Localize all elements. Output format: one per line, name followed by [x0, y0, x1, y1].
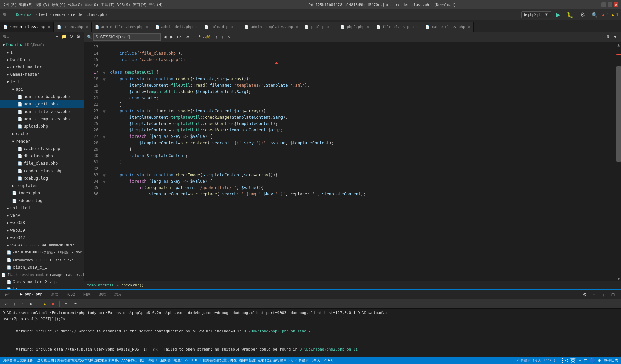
- sidebar-new-file[interactable]: +: [55, 34, 59, 39]
- sidebar-item-games[interactable]: ▶ Games-master: [0, 71, 84, 78]
- tab-render-class[interactable]: 📄 render_class.php ✕: [0, 22, 54, 32]
- sidebar-item-upload[interactable]: 📄 upload.php: [0, 123, 84, 130]
- sidebar-item-index-php[interactable]: 📄 index.php: [0, 189, 84, 197]
- tab-close-admin-deit[interactable]: ✕: [195, 25, 197, 29]
- tab-close-file-class[interactable]: ✕: [416, 25, 418, 29]
- fold-27[interactable]: ▼: [101, 133, 107, 140]
- outline-item-templateUtil[interactable]: templateUtil: [87, 283, 114, 287]
- tab-cache-class[interactable]: 📄 cache_class.php ✕: [422, 22, 473, 32]
- maximize-button[interactable]: □: [608, 2, 612, 7]
- sidebar-item-render-class[interactable]: 📄 render_class.php: [0, 167, 84, 175]
- sidebar-collapse[interactable]: ⚙: [76, 34, 81, 39]
- outline-item-checkVar[interactable]: checkVar(): [121, 283, 144, 287]
- tab-admin-deit[interactable]: 📄 admin_deit.php ✕: [152, 22, 201, 32]
- sidebar-item-test[interactable]: ▼ test: [0, 78, 84, 86]
- sidebar-item-db-class[interactable]: 📄 db_class.php: [0, 152, 84, 160]
- sidebar-tree[interactable]: ▼ Download D:\Download ▶ 1 ▶ DwnlData ▶ …: [0, 41, 84, 289]
- sidebar-item-hash[interactable]: ▶ 59ABAAD8E68806EBAC10BBD69B13D7E9: [0, 241, 84, 249]
- debug-stop[interactable]: ■: [50, 301, 56, 307]
- close-button[interactable]: ✕: [614, 2, 618, 7]
- panel-tab-end[interactable]: 结束: [111, 290, 125, 299]
- panel-tab-problems[interactable]: 问题: [80, 290, 94, 299]
- sidebar-refresh[interactable]: ↻: [69, 34, 74, 39]
- panel-up-btn[interactable]: ↑: [590, 291, 598, 299]
- sidebar-item-admin-file-view[interactable]: 📄 admin_file_view.php: [0, 108, 84, 115]
- panel-tab-console[interactable]: ▶ php2.php: [17, 290, 46, 299]
- sidebar-item-web342[interactable]: ▶ web342: [0, 234, 84, 241]
- php2-run-config[interactable]: ▶ php2.php ▼: [521, 11, 551, 18]
- panel-maximize-btn[interactable]: □: [609, 291, 617, 299]
- tab-file-class[interactable]: 📄 file_class.php ✕: [373, 22, 422, 32]
- terminal-link-2[interactable]: D:\Download\php2.php on li: [300, 347, 358, 352]
- debug-more[interactable]: ⋯: [71, 301, 79, 307]
- sidebar-item-admin-db-backup[interactable]: 📄 admin_db_backup.php: [0, 93, 84, 100]
- sidebar-item-dwnldata[interactable]: ▶ DwnlData: [0, 56, 84, 63]
- tab-close-admin-file-view[interactable]: ✕: [146, 25, 148, 29]
- sidebar-item-render[interactable]: ▼ render: [0, 138, 84, 145]
- debug-step-out[interactable]: ↑: [20, 301, 26, 307]
- filter-icon[interactable]: ▼: [612, 34, 618, 40]
- minimize-button[interactable]: ─: [601, 2, 606, 7]
- debug-mute[interactable]: ●: [41, 301, 48, 307]
- search-input[interactable]: [93, 33, 161, 41]
- toolbar-search-global[interactable]: 🔍: [590, 11, 599, 18]
- sidebar-item-web338[interactable]: ▶ web338: [0, 219, 84, 226]
- footer-action-hide[interactable]: 不再显示 (今天 12:43): [517, 358, 556, 363]
- search-word[interactable]: W: [184, 34, 190, 40]
- debug-step-into[interactable]: ↓: [12, 301, 18, 307]
- sidebar-item-admin-templates[interactable]: 📄 admin_templates.php: [0, 115, 84, 123]
- panel-settings-btn[interactable]: ⚙: [581, 291, 589, 299]
- sidebar-item-web339[interactable]: ▶ web339: [0, 226, 84, 234]
- tab-close-php1[interactable]: ✕: [331, 25, 333, 29]
- debug-step-over[interactable]: ⊙: [3, 301, 10, 307]
- sidebar-new-folder[interactable]: 📁: [60, 34, 67, 39]
- app-menu[interactable]: 文件(F) 编辑(E) 视图(V) 导航(G) 代码(C) 重构(O) 工具(T…: [3, 2, 163, 7]
- sidebar-item-games-zip[interactable]: 📄 Games-master_2.zip: [0, 278, 84, 286]
- toolbar-settings[interactable]: ⚙: [578, 11, 587, 19]
- panel-tab-debug[interactable]: 调试: [47, 290, 61, 299]
- fold-18[interactable]: ▼: [101, 76, 107, 82]
- tab-close-cache-class[interactable]: ✕: [468, 25, 470, 29]
- tab-php1[interactable]: 📄 php1.php ✕: [301, 22, 337, 32]
- tab-index[interactable]: 📄 index.php ✕: [54, 22, 92, 32]
- sidebar-item-api[interactable]: ▼ api: [0, 86, 84, 93]
- sidebar-item-templates[interactable]: ▶ templates: [0, 182, 84, 189]
- tab-upload[interactable]: 📄 upload.php ✕: [201, 22, 241, 32]
- tab-close-render-class[interactable]: ✕: [48, 25, 50, 29]
- breadcrumb-test[interactable]: test: [39, 12, 48, 17]
- search-close[interactable]: ✕: [226, 34, 232, 40]
- sidebar-item-cache-class[interactable]: 📄 cache_class.php: [0, 145, 84, 152]
- sidebar-item-1[interactable]: ▶ 1: [0, 49, 84, 56]
- sidebar-item-ciscn[interactable]: 📄 ciscn_2019_c_1: [0, 264, 84, 271]
- search-up[interactable]: ↑: [214, 34, 219, 40]
- code-content[interactable]: include('file_class.php'); include('cach…: [107, 42, 616, 281]
- sidebar-item-xdebug-log2[interactable]: 📄 xdebug.log: [0, 197, 84, 204]
- search-prev[interactable]: ◀: [162, 34, 168, 40]
- tab-close-admin-templates[interactable]: ✕: [296, 25, 298, 29]
- debug-button[interactable]: 🐛: [565, 11, 575, 19]
- sidebar-item-doc1[interactable]: 📄 20210185010011-李智超-C++实验一-.doc: [0, 249, 84, 256]
- sidebar-item-cache[interactable]: ▶ cache: [0, 130, 84, 138]
- fold-34[interactable]: ▼: [101, 178, 107, 185]
- tab-close-index[interactable]: ✕: [86, 25, 88, 29]
- tab-admin-file-view[interactable]: 📄 admin_file_view.php ✕: [92, 22, 152, 32]
- fold-17[interactable]: ▼: [101, 69, 107, 76]
- scroll-thumb[interactable]: [616, 66, 621, 162]
- code-editor[interactable]: 13 14 15 16 17 18 19 20 21 22 23 24 25 2…: [84, 42, 621, 281]
- editor-scrollbar[interactable]: ▲ ▼: [616, 42, 621, 281]
- terminal-content[interactable]: D:\Data\secquan\tools\Environment\phpstu…: [0, 309, 621, 357]
- tab-close-upload[interactable]: ✕: [236, 25, 238, 29]
- sidebar-item-errbot[interactable]: ▶ errbot-master: [0, 63, 84, 71]
- panel-tab-run[interactable]: 运行: [1, 290, 16, 299]
- sidebar-item-file-class[interactable]: 📄 file_class.php: [0, 160, 84, 167]
- sidebar-item-venv[interactable]: ▶ venv: [0, 212, 84, 219]
- terminal-link-1[interactable]: D:\Download\php2.php on line 7: [244, 329, 311, 333]
- run-button[interactable]: ▶: [554, 11, 562, 19]
- panel-down-btn[interactable]: ↓: [599, 291, 608, 299]
- breadcrumb-download[interactable]: Download: [16, 12, 34, 17]
- debug-list[interactable]: ≡: [63, 301, 69, 307]
- scroll-up-btn[interactable]: ▲: [616, 42, 621, 47]
- panel-tab-terminal[interactable]: 终端: [95, 290, 110, 299]
- search-next[interactable]: ▶: [169, 34, 174, 40]
- sidebar-item-xdebug-log[interactable]: 📄 xdebug.log: [0, 175, 84, 182]
